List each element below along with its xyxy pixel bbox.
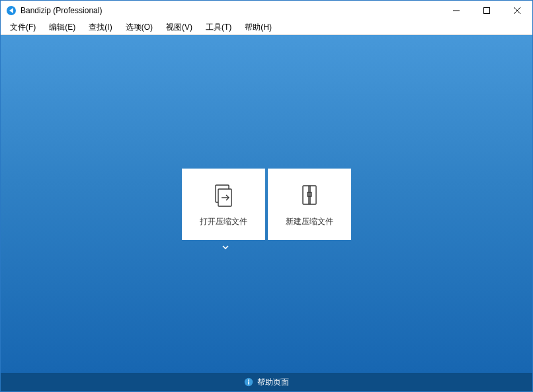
svg-rect-8 [303, 186, 316, 204]
new-archive-icon [298, 183, 321, 207]
menu-edit[interactable]: 编辑(E) [42, 20, 82, 34]
open-archive-icon [212, 183, 235, 207]
maximize-button[interactable] [472, 1, 502, 20]
close-button[interactable] [502, 1, 532, 20]
chevron-down-icon [222, 243, 229, 251]
menu-options[interactable]: 选项(O) [119, 20, 159, 34]
menu-find[interactable]: 查找(I) [82, 20, 118, 34]
svg-rect-11 [308, 192, 311, 196]
statusbar-help-link[interactable]: 帮助页面 [1, 373, 532, 391]
new-archive-label: 新建压缩文件 [286, 216, 333, 227]
new-archive-card[interactable]: 新建压缩文件 [268, 169, 351, 240]
bandizip-logo-icon [6, 5, 17, 16]
svg-rect-14 [248, 381, 249, 385]
statusbar-help-label: 帮助页面 [257, 377, 289, 388]
close-icon [514, 7, 520, 14]
svg-rect-2 [484, 8, 490, 14]
menu-tools[interactable]: 工具(T) [199, 20, 238, 34]
info-icon [244, 377, 253, 387]
main-content-area: 打开压缩文件 新建压缩文件 [1, 35, 532, 373]
open-archive-label: 打开压缩文件 [200, 216, 247, 227]
open-archive-card[interactable]: 打开压缩文件 [182, 169, 265, 240]
svg-point-13 [248, 379, 249, 381]
menu-help[interactable]: 帮助(H) [238, 20, 278, 34]
minimize-icon [453, 7, 460, 14]
maximize-icon [483, 7, 490, 14]
action-cards: 打开压缩文件 新建压缩文件 [182, 169, 351, 240]
titlebar: Bandizip (Professional) [1, 1, 532, 20]
recent-dropdown-button[interactable] [221, 243, 230, 252]
window-title: Bandizip (Professional) [20, 6, 102, 15]
minimize-button[interactable] [441, 1, 472, 20]
menu-file[interactable]: 文件(F) [3, 20, 42, 34]
menu-view[interactable]: 视图(V) [159, 20, 199, 34]
menubar: 文件(F) 编辑(E) 查找(I) 选项(O) 视图(V) 工具(T) 帮助(H… [1, 20, 532, 35]
window-controls [441, 1, 532, 20]
